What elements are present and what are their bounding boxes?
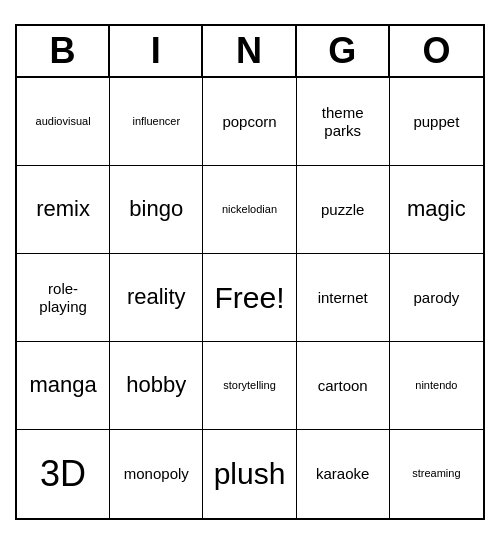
cell-text: storytelling <box>223 379 276 392</box>
bingo-cell[interactable]: influencer <box>110 78 203 166</box>
bingo-cell[interactable]: puzzle <box>297 166 390 254</box>
bingo-cell[interactable]: 3D <box>17 430 110 518</box>
bingo-cell[interactable]: parody <box>390 254 483 342</box>
bingo-card: BINGO audiovisualinfluencerpopcorntheme … <box>15 24 485 520</box>
header-letter: N <box>203 26 296 76</box>
bingo-cell[interactable]: remix <box>17 166 110 254</box>
header-letter: G <box>297 26 390 76</box>
cell-text: reality <box>127 284 186 310</box>
cell-text: manga <box>29 372 96 398</box>
bingo-cell[interactable]: role- playing <box>17 254 110 342</box>
bingo-cell[interactable]: storytelling <box>203 342 296 430</box>
bingo-cell[interactable]: manga <box>17 342 110 430</box>
bingo-header: BINGO <box>17 26 483 78</box>
cell-text: karaoke <box>316 465 369 483</box>
bingo-cell[interactable]: streaming <box>390 430 483 518</box>
cell-text: internet <box>318 289 368 307</box>
cell-text: Free! <box>214 280 284 316</box>
cell-text: role- playing <box>39 280 87 316</box>
bingo-cell[interactable]: reality <box>110 254 203 342</box>
bingo-cell[interactable]: nintendo <box>390 342 483 430</box>
cell-text: magic <box>407 196 466 222</box>
header-letter: B <box>17 26 110 76</box>
bingo-cell[interactable]: internet <box>297 254 390 342</box>
bingo-cell[interactable]: audiovisual <box>17 78 110 166</box>
bingo-cell[interactable]: nickelodian <box>203 166 296 254</box>
cell-text: theme parks <box>322 104 364 140</box>
cell-text: puzzle <box>321 201 364 219</box>
bingo-cell[interactable]: puppet <box>390 78 483 166</box>
bingo-cell[interactable]: monopoly <box>110 430 203 518</box>
header-letter: O <box>390 26 483 76</box>
cell-text: streaming <box>412 467 460 480</box>
cell-text: 3D <box>40 452 86 495</box>
cell-text: parody <box>413 289 459 307</box>
cell-text: audiovisual <box>36 115 91 128</box>
bingo-cell[interactable]: magic <box>390 166 483 254</box>
cell-text: hobby <box>126 372 186 398</box>
bingo-cell[interactable]: popcorn <box>203 78 296 166</box>
cell-text: nickelodian <box>222 203 277 216</box>
cell-text: plush <box>214 456 286 492</box>
bingo-cell[interactable]: bingo <box>110 166 203 254</box>
cell-text: bingo <box>129 196 183 222</box>
cell-text: remix <box>36 196 90 222</box>
bingo-cell[interactable]: Free! <box>203 254 296 342</box>
header-letter: I <box>110 26 203 76</box>
bingo-cell[interactable]: cartoon <box>297 342 390 430</box>
cell-text: monopoly <box>124 465 189 483</box>
cell-text: influencer <box>132 115 180 128</box>
bingo-cell[interactable]: theme parks <box>297 78 390 166</box>
cell-text: puppet <box>413 113 459 131</box>
cell-text: cartoon <box>318 377 368 395</box>
cell-text: popcorn <box>222 113 276 131</box>
bingo-cell[interactable]: hobby <box>110 342 203 430</box>
bingo-cell[interactable]: plush <box>203 430 296 518</box>
bingo-cell[interactable]: karaoke <box>297 430 390 518</box>
cell-text: nintendo <box>415 379 457 392</box>
bingo-grid: audiovisualinfluencerpopcorntheme parksp… <box>17 78 483 518</box>
